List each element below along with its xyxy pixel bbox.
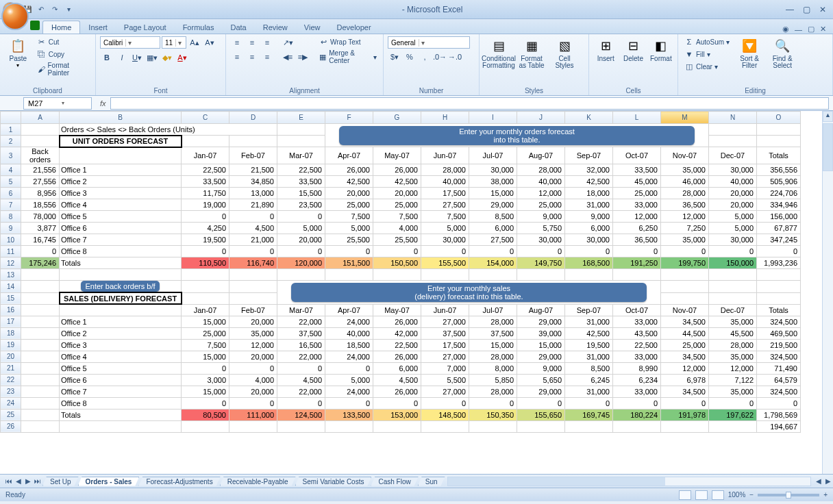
shrink-font-button[interactable]: A▾	[203, 36, 216, 49]
font-size-combo[interactable]: 11▾	[162, 36, 186, 49]
worksheet-grid[interactable]: ABCDEFGHIJKLMNO1Orders <> Sales <> Back …	[0, 111, 833, 474]
insert-cell-button[interactable]: ⊞Insert	[593, 36, 618, 62]
dec-dec-button[interactable]: →.0	[448, 51, 462, 63]
orientation-button[interactable]: ↗▾	[281, 36, 295, 49]
undo-icon[interactable]: ↶	[36, 4, 47, 15]
tab-last-icon[interactable]: ⏭	[33, 477, 42, 485]
col-header-N[interactable]: N	[709, 112, 757, 124]
format-cell-button[interactable]: ◧Format	[649, 36, 673, 62]
qat-dropdown-icon[interactable]: ▾	[63, 4, 74, 15]
horizontal-scrollbar[interactable]	[447, 477, 811, 486]
tab-pagelayout[interactable]: Page Layout	[116, 21, 175, 34]
col-header-I[interactable]: I	[469, 112, 517, 124]
page-layout-view-button[interactable]	[695, 490, 708, 500]
copy-button[interactable]: ⿻Copy	[35, 49, 91, 60]
normal-view-button[interactable]	[679, 490, 691, 500]
col-header-A[interactable]: A	[21, 112, 60, 124]
col-header-G[interactable]: G	[373, 112, 421, 124]
clear-button[interactable]: ◫Clear ▾	[682, 61, 732, 72]
tab-first-icon[interactable]: ⏮	[4, 477, 14, 485]
formula-input[interactable]	[110, 97, 829, 110]
align-center-button[interactable]: ≡	[245, 51, 259, 63]
align-bot-button[interactable]: ≡	[260, 36, 274, 49]
tab-view[interactable]: View	[296, 21, 329, 34]
col-header-L[interactable]: L	[613, 112, 661, 124]
title-orders[interactable]: UNIT ORDERS FORECAST	[60, 136, 182, 147]
zoom-level[interactable]: 100%	[728, 491, 746, 499]
format-table-button[interactable]: ▦Format as Table	[517, 36, 547, 69]
redo-icon[interactable]: ↷	[49, 4, 60, 15]
find-select-button[interactable]: 🔍Find & Select	[767, 36, 797, 69]
indent-inc-button[interactable]: ≡▶	[296, 51, 310, 63]
merge-center-button[interactable]: ▦Merge & Center ▾	[316, 49, 379, 65]
office-orb-large[interactable]	[1, 3, 29, 30]
zoom-slider[interactable]	[758, 494, 819, 496]
paste-button[interactable]: 📋 Paste ▾	[4, 36, 32, 68]
format-painter-button[interactable]: 🖌Format Painter	[35, 61, 91, 77]
sheet-tab[interactable]: Sun	[418, 477, 445, 486]
sheet-tab[interactable]: Forecast-Adjustments	[138, 477, 220, 486]
fill-color-button[interactable]: ◆▾	[160, 51, 174, 64]
align-top-button[interactable]: ≡	[230, 36, 244, 49]
hint-back-orders[interactable]: Enter back orders b/f	[81, 281, 159, 292]
bold-button[interactable]: B	[100, 51, 114, 64]
col-header-K[interactable]: K	[565, 112, 613, 124]
border-button[interactable]: ▦▾	[145, 51, 159, 64]
close-icon[interactable]: ✕	[818, 5, 828, 14]
autosum-button[interactable]: ΣAutoSum ▾	[682, 36, 732, 47]
col-header-F[interactable]: F	[325, 112, 373, 124]
number-format-combo[interactable]: General▾	[388, 36, 470, 49]
tab-home[interactable]: Home	[42, 21, 80, 34]
underline-button[interactable]: U▾	[130, 51, 144, 64]
inc-dec-button[interactable]: .0→	[433, 51, 447, 63]
tab-formulas[interactable]: Formulas	[175, 21, 223, 34]
currency-button[interactable]: $▾	[388, 51, 401, 63]
maximize-icon[interactable]: ▢	[801, 5, 811, 14]
comma-button[interactable]: ,	[418, 51, 432, 63]
ribbon-restore-icon[interactable]: ▢	[808, 25, 815, 34]
italic-button[interactable]: I	[115, 51, 129, 64]
cut-button[interactable]: ✂Cut	[35, 36, 91, 47]
col-header-J[interactable]: J	[517, 112, 565, 124]
grow-font-button[interactable]: A▴	[188, 36, 201, 49]
zoom-out-icon[interactable]: −	[749, 491, 754, 499]
align-right-button[interactable]: ≡	[260, 51, 274, 63]
ribbon-close-icon[interactable]: ✕	[820, 25, 826, 34]
tab-review[interactable]: Review	[255, 21, 296, 34]
col-header-M[interactable]: M	[661, 112, 709, 124]
font-color-button[interactable]: A▾	[175, 51, 189, 64]
indent-dec-button[interactable]: ◀≡	[281, 51, 295, 63]
sheet-tab[interactable]: Receivable-Payable	[220, 477, 296, 486]
tab-prev-icon[interactable]: ◀	[14, 477, 23, 485]
fx-icon[interactable]: fx	[100, 99, 106, 108]
zoom-in-icon[interactable]: +	[823, 491, 828, 499]
tab-data[interactable]: Data	[222, 21, 254, 34]
align-mid-button[interactable]: ≡	[245, 36, 259, 49]
sheet-tab[interactable]: Set Up	[42, 477, 79, 486]
sheet-tab[interactable]: Cash Flow	[371, 477, 418, 486]
percent-button[interactable]: %	[403, 51, 416, 63]
tab-insert[interactable]: Insert	[80, 21, 116, 34]
sheet-tab[interactable]: Semi Variable Costs	[295, 477, 372, 486]
fill-button[interactable]: ▼Fill ▾	[682, 49, 732, 60]
cond-format-button[interactable]: ▤Conditional Formatting	[484, 36, 514, 69]
align-left-button[interactable]: ≡	[230, 51, 244, 63]
wrap-text-button[interactable]: ↩Wrap Text	[316, 36, 379, 47]
help-icon[interactable]: ◉	[782, 25, 789, 34]
col-header-C[interactable]: C	[182, 112, 229, 124]
col-header-O[interactable]: O	[757, 112, 801, 124]
tab-next-icon[interactable]: ▶	[23, 477, 33, 485]
tab-developer[interactable]: Developer	[328, 21, 379, 34]
col-header-D[interactable]: D	[229, 112, 277, 124]
col-header-H[interactable]: H	[421, 112, 469, 124]
name-box[interactable]: M27▾	[23, 97, 92, 110]
col-header-E[interactable]: E	[277, 112, 325, 124]
delete-cell-button[interactable]: ⊟Delete	[621, 36, 645, 62]
vertical-scrollbar[interactable]: ▲	[822, 111, 833, 474]
title-sales[interactable]: SALES (DELIVERY) FORECAST	[60, 292, 182, 304]
cell-styles-button[interactable]: ▧Cell Styles	[549, 36, 580, 69]
sheet-tab[interactable]: Orders - Sales	[78, 477, 140, 486]
page-break-view-button[interactable]	[712, 490, 724, 500]
col-header-B[interactable]: B	[60, 112, 182, 124]
minimize-icon[interactable]: —	[785, 5, 795, 14]
